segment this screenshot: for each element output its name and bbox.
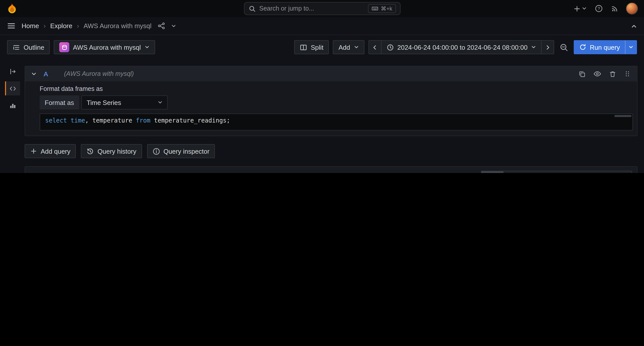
query-editor-panel: A (AWS Aurora with mysql) bbox=[25, 66, 637, 136]
clock-icon bbox=[386, 43, 394, 51]
time-picker: 2024-06-24 04:00:00 to 2024-06-24 08:00:… bbox=[368, 40, 554, 54]
search-shortcut-badge: ⌘+k bbox=[368, 4, 396, 13]
zoom-out-button[interactable] bbox=[558, 43, 570, 51]
viz-mode-points[interactable]: Points bbox=[523, 171, 547, 173]
breadcrumb-separator: › bbox=[77, 22, 79, 30]
format-section-label: Format data frames as bbox=[40, 85, 633, 92]
user-avatar[interactable] bbox=[626, 3, 638, 15]
remove-query-trash-icon[interactable] bbox=[609, 70, 616, 78]
query-datasource-note: (AWS Aurora with mysql) bbox=[64, 70, 134, 77]
breadcrumb-caret-icon[interactable] bbox=[171, 23, 176, 28]
search-box[interactable]: ⌘+k bbox=[244, 2, 400, 15]
add-button[interactable]: Add bbox=[333, 40, 364, 54]
mega-menu-toggle[interactable] bbox=[7, 22, 16, 30]
query-actions-row: Add query Query history bbox=[25, 144, 637, 158]
explore-toolbar: Outline AWS Aurora with mysql bbox=[0, 35, 644, 58]
query-editor-body: Format data frames as Format as Time Ser… bbox=[25, 81, 637, 136]
explore-content: A (AWS Aurora with mysql) bbox=[25, 58, 644, 173]
bar-chart-icon bbox=[9, 102, 17, 109]
collapse-header-icon[interactable] bbox=[631, 23, 637, 29]
chevron-right-icon bbox=[544, 44, 551, 50]
expand-pane-icon bbox=[9, 68, 17, 75]
chevron-down-icon bbox=[628, 45, 633, 50]
visualization-switcher: Lines Bars Points Stacked lines Stacked … bbox=[481, 171, 632, 173]
outline-button[interactable]: Outline bbox=[7, 40, 50, 54]
query-inspector-label: Query inspector bbox=[163, 147, 210, 155]
run-query-caret-button[interactable] bbox=[625, 40, 637, 54]
breadcrumb-current-page: AWS Aurora with mysql bbox=[84, 22, 152, 30]
chevron-down-icon bbox=[354, 45, 359, 50]
graph-panel-header: Graph Lines Bars Points Stacked lines St… bbox=[25, 167, 637, 173]
add-query-label: Add query bbox=[41, 147, 71, 155]
outline-graph-item[interactable] bbox=[5, 98, 20, 112]
query-inspector-button[interactable]: Query inspector bbox=[147, 144, 215, 158]
run-query-button[interactable]: Run query bbox=[574, 40, 625, 54]
outline-icon bbox=[13, 43, 20, 51]
grafana-explore-page: ⌘+k ? bbox=[0, 0, 644, 173]
search-shortcut-text: ⌘+k bbox=[381, 5, 392, 12]
explore-main: A (AWS Aurora with mysql) bbox=[0, 58, 644, 173]
info-circle-icon bbox=[152, 147, 160, 155]
zoom-out-icon bbox=[560, 43, 568, 51]
query-row-header[interactable]: A (AWS Aurora with mysql) bbox=[25, 66, 637, 81]
breadcrumb-home[interactable]: Home bbox=[22, 22, 39, 30]
grafana-logo[interactable] bbox=[6, 3, 18, 15]
editor-scrollbar[interactable] bbox=[614, 115, 631, 117]
drag-handle-icon[interactable] bbox=[624, 70, 631, 77]
datasource-icon bbox=[59, 42, 69, 52]
graph-panel-title: Graph bbox=[33, 172, 52, 173]
rss-icon bbox=[611, 5, 618, 12]
viz-mode-lines[interactable]: Lines bbox=[482, 171, 503, 173]
time-range-text: 2024-06-24 04:00:00 to 2024-06-24 08:00:… bbox=[397, 43, 528, 51]
collapse-query-icon[interactable] bbox=[31, 71, 37, 77]
add-button-label: Add bbox=[339, 43, 350, 51]
sql-editor[interactable]: select time, temperature from temperatur… bbox=[40, 113, 633, 131]
breadcrumb-explore[interactable]: Explore bbox=[50, 22, 72, 30]
split-icon bbox=[300, 43, 307, 51]
format-as-label: Format as bbox=[40, 95, 79, 109]
history-icon bbox=[87, 147, 94, 155]
run-query-group: Run query bbox=[574, 40, 637, 54]
share-icon[interactable] bbox=[158, 22, 165, 30]
outline-button-label: Outline bbox=[24, 43, 44, 51]
breadcrumb: Home › Explore › AWS Aurora with mysql bbox=[22, 22, 152, 30]
outline-queries-item[interactable] bbox=[5, 81, 20, 95]
viz-mode-stacked-lines[interactable]: Stacked lines bbox=[547, 171, 590, 173]
hide-response-eye-icon[interactable] bbox=[593, 70, 601, 78]
keyboard-icon bbox=[371, 5, 378, 12]
chevron-left-icon bbox=[371, 44, 378, 50]
breadcrumb-separator: › bbox=[43, 22, 46, 30]
chevron-down-icon bbox=[144, 45, 149, 50]
datasource-picker[interactable]: AWS Aurora with mysql bbox=[54, 40, 155, 54]
outline-pane-toggle[interactable] bbox=[5, 64, 20, 78]
viz-mode-stacked-bars[interactable]: Stacked bars bbox=[590, 171, 631, 173]
time-shift-forward-button[interactable] bbox=[541, 40, 554, 54]
query-row-actions bbox=[578, 70, 631, 78]
graph-panel: Graph Lines Bars Points Stacked lines St… bbox=[25, 166, 637, 173]
duplicate-query-icon[interactable] bbox=[578, 70, 586, 78]
time-range-button[interactable]: 2024-06-24 04:00:00 to 2024-06-24 08:00:… bbox=[381, 40, 542, 54]
new-menu-button[interactable] bbox=[573, 5, 587, 12]
run-query-label: Run query bbox=[590, 43, 620, 51]
help-button[interactable]: ? bbox=[594, 5, 603, 13]
query-history-button[interactable]: Query history bbox=[81, 144, 142, 158]
chevron-down-icon bbox=[531, 45, 536, 50]
format-select[interactable]: Time Series bbox=[81, 95, 167, 109]
split-button[interactable]: Split bbox=[294, 40, 329, 54]
plus-icon bbox=[573, 5, 581, 12]
nav-breadcrumb-row: Home › Explore › AWS Aurora with mysql bbox=[0, 17, 644, 35]
code-icon bbox=[9, 85, 17, 92]
news-button[interactable] bbox=[610, 5, 619, 12]
time-shift-back-button[interactable] bbox=[368, 40, 381, 54]
refresh-icon bbox=[579, 44, 586, 51]
datasource-name: AWS Aurora with mysql bbox=[73, 43, 141, 51]
viz-mode-bars[interactable]: Bars bbox=[503, 171, 523, 173]
top-bar-actions: ? bbox=[573, 3, 638, 15]
svg-text:?: ? bbox=[598, 6, 600, 11]
search-input[interactable] bbox=[259, 5, 364, 12]
sql-query-text: select time, temperature from temperatur… bbox=[45, 117, 230, 124]
add-query-button[interactable]: Add query bbox=[25, 144, 76, 158]
top-bar: ⌘+k ? bbox=[0, 0, 644, 17]
format-select-value: Time Series bbox=[87, 99, 121, 106]
query-history-label: Query history bbox=[98, 147, 137, 155]
